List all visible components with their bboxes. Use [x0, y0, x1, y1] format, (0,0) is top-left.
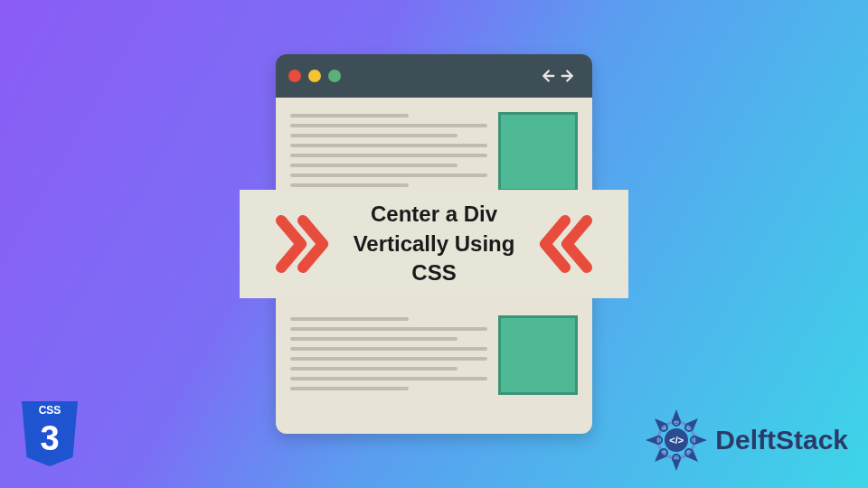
css-label: CSS	[39, 404, 61, 417]
minimize-icon	[308, 70, 321, 82]
maximize-icon	[328, 70, 341, 82]
css-number: 3	[40, 419, 59, 457]
brand-name: DelftStack	[715, 425, 848, 455]
title-banner: Center a Div Vertically Using CSS	[240, 190, 628, 298]
chevron-right-icon	[276, 211, 334, 277]
css3-badge-icon: CSS 3	[20, 401, 80, 472]
text-lines	[290, 315, 487, 419]
close-icon	[288, 70, 301, 82]
image-placeholder	[498, 112, 578, 192]
chevron-left-icon	[534, 211, 592, 277]
banner-title: Center a Div Vertically Using CSS	[339, 200, 529, 287]
image-placeholder	[498, 315, 578, 395]
window-controls	[288, 70, 341, 82]
mandala-icon: </>	[643, 407, 710, 474]
content-block-bottom	[290, 315, 578, 419]
nav-buttons	[536, 66, 580, 86]
back-arrow-icon	[536, 66, 556, 86]
brand-logo: </> DelftStack	[643, 407, 848, 474]
forward-arrow-icon	[560, 66, 580, 86]
titlebar	[276, 54, 592, 98]
